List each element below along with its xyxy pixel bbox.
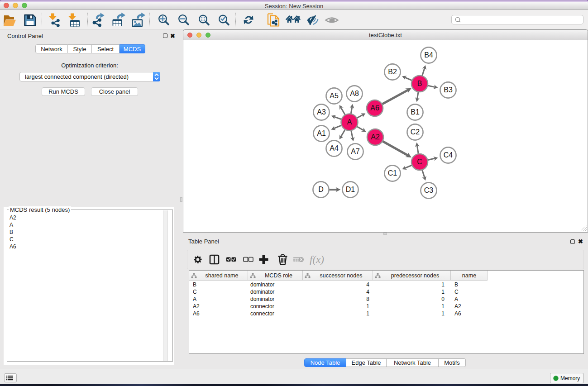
svg-text:C2: C2	[411, 128, 420, 136]
svg-text:C4: C4	[444, 151, 453, 159]
svg-text:f(x): f(x)	[310, 254, 324, 265]
svg-text:A1: A1	[317, 129, 326, 137]
svg-text:A6: A6	[370, 104, 379, 112]
svg-text:C1: C1	[388, 169, 397, 177]
svg-text:A8: A8	[350, 90, 359, 97]
svg-text:A4: A4	[330, 144, 339, 152]
svg-text:B1: B1	[411, 108, 420, 116]
svg-text:A3: A3	[317, 108, 326, 116]
svg-text:A2: A2	[371, 133, 380, 141]
svg-text:D1: D1	[346, 186, 355, 193]
svg-text:B3: B3	[444, 86, 453, 94]
svg-text:B4: B4	[424, 51, 433, 59]
svg-text:B: B	[417, 80, 422, 87]
svg-text:D: D	[318, 186, 324, 193]
svg-text:C3: C3	[424, 186, 434, 194]
svg-text:A5: A5	[330, 92, 339, 100]
svg-text:B2: B2	[388, 68, 397, 76]
svg-text:A7: A7	[351, 148, 360, 155]
svg-text:C: C	[417, 158, 422, 166]
svg-text:A: A	[347, 118, 352, 126]
